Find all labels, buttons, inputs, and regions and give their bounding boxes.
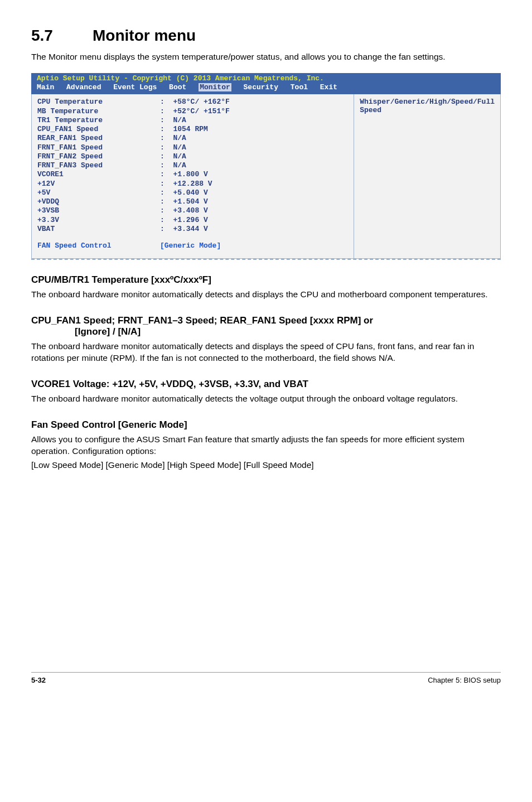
- bios-row: +3VSB: +3.408 V: [37, 206, 348, 215]
- bios-help-pane: Whisper/Generic/High/Speed/Full Speed: [354, 94, 500, 258]
- bios-row-value: : +1.504 V: [160, 197, 208, 206]
- bios-row: CPU_FAN1 Speed: 1054 RPM: [37, 125, 348, 134]
- bios-menu-advanced[interactable]: Advanced: [66, 83, 101, 91]
- intro-paragraph: The Monitor menu displays the system tem…: [31, 51, 501, 63]
- section4-body2: [Low Speed Mode] [Generic Mode] [High Sp…: [31, 460, 501, 471]
- bios-row-value: : +52°C/ +151°F: [160, 107, 230, 116]
- bios-row-key: +5V: [37, 189, 160, 197]
- bios-row-key: CPU_FAN1 Speed: [37, 125, 160, 134]
- section2-title-line1: CPU_FAN1 Speed; FRNT_FAN1–3 Speed; REAR_…: [31, 315, 373, 326]
- page-footer: 5-32 Chapter 5: BIOS setup: [31, 672, 501, 684]
- bios-row: VCORE1: +1.800 V: [37, 170, 348, 179]
- footer-page: 5-32: [31, 676, 46, 684]
- section2-title-line2: [Ignore] / [N/A]: [31, 326, 501, 337]
- bios-row-key: FRNT_FAN1 Speed: [37, 143, 160, 152]
- bios-menu-exit[interactable]: Exit: [320, 83, 337, 91]
- bios-row-value: : +3.344 V: [160, 225, 208, 234]
- bios-row: FRNT_FAN2 Speed: N/A: [37, 152, 348, 161]
- bios-menu-security[interactable]: Security: [244, 83, 278, 91]
- bios-menu-tool[interactable]: Tool: [291, 83, 308, 91]
- section4-title: Fan Speed Control [Generic Mode]: [31, 419, 501, 431]
- section3-body: The onboard hardware monitor automatical…: [31, 393, 501, 405]
- bios-title: Aptio Setup Utility - Copyright (C) 2013…: [37, 74, 495, 83]
- bios-row-value: : +12.288 V: [160, 180, 212, 189]
- section2-title: CPU_FAN1 Speed; FRNT_FAN1–3 Speed; REAR_…: [31, 315, 501, 337]
- bios-row-value: : N/A: [160, 161, 186, 170]
- section2-body: The onboard hardware monitor automatical…: [31, 341, 501, 364]
- bios-row: VBAT: +3.344 V: [37, 225, 348, 234]
- section1-body: The onboard hardware monitor automatical…: [31, 289, 501, 301]
- bios-row: REAR_FAN1 Speed: N/A: [37, 134, 348, 143]
- bios-row: FRNT_FAN1 Speed: N/A: [37, 143, 348, 152]
- bios-row-key: +3.3V: [37, 216, 160, 225]
- fan-speed-value: [Generic Mode]: [160, 241, 221, 250]
- bios-row-key: FRNT_FAN3 Speed: [37, 161, 160, 170]
- bios-menu-monitor[interactable]: Monitor: [199, 83, 231, 91]
- fan-speed-control-row[interactable]: FAN Speed Control [Generic Mode]: [37, 241, 348, 250]
- bios-row-key: TR1 Temperature: [37, 116, 160, 125]
- bios-row-key: FRNT_FAN2 Speed: [37, 152, 160, 161]
- bios-row-value: : N/A: [160, 116, 186, 125]
- bios-row-key: MB Temperature: [37, 107, 160, 116]
- bios-row-key: VCORE1: [37, 170, 160, 179]
- bios-row-key: +VDDQ: [37, 197, 160, 206]
- bios-panel: Aptio Setup Utility - Copyright (C) 2013…: [31, 73, 501, 260]
- bios-row: CPU Temperature: +58°C/ +162°F: [37, 98, 348, 107]
- bios-menu-main[interactable]: Main: [37, 83, 54, 91]
- bios-menu-eventlogs[interactable]: Event Logs: [113, 83, 157, 91]
- bios-row: TR1 Temperature: N/A: [37, 116, 348, 125]
- bios-row-value: : +3.408 V: [160, 206, 208, 215]
- section1-title: CPU/MB/TR1 Temperature [xxxºC/xxxºF]: [31, 274, 501, 286]
- fan-speed-label: FAN Speed Control: [37, 241, 160, 250]
- bios-left-pane: CPU Temperature: +58°C/ +162°FMB Tempera…: [32, 94, 354, 258]
- bios-row: +12V: +12.288 V: [37, 180, 348, 189]
- bios-row: +3.3V: +1.296 V: [37, 216, 348, 225]
- bios-header: Aptio Setup Utility - Copyright (C) 2013…: [31, 73, 501, 95]
- bios-row-value: : N/A: [160, 143, 186, 152]
- bios-row: +5V: +5.040 V: [37, 189, 348, 197]
- heading-title: Monitor menu: [93, 27, 196, 44]
- bios-row-value: : +58°C/ +162°F: [160, 98, 230, 107]
- bios-row-key: VBAT: [37, 225, 160, 234]
- bios-row-value: : +1.800 V: [160, 170, 208, 179]
- bios-menu-row: Main Advanced Event Logs Boot Monitor Se…: [37, 83, 495, 92]
- bios-row-key: +12V: [37, 180, 160, 189]
- bios-row-key: CPU Temperature: [37, 98, 160, 107]
- bios-row: MB Temperature: +52°C/ +151°F: [37, 107, 348, 116]
- page-heading: 5.7Monitor menu: [31, 27, 501, 45]
- bios-row-value: : +1.296 V: [160, 216, 208, 225]
- bios-row-key: REAR_FAN1 Speed: [37, 134, 160, 143]
- heading-number: 5.7: [31, 27, 93, 45]
- bios-row-value: : 1054 RPM: [160, 125, 208, 134]
- bios-row-value: : N/A: [160, 134, 186, 143]
- section4-body1: Allows you to configure the ASUS Smart F…: [31, 434, 501, 457]
- bios-row-value: : N/A: [160, 152, 186, 161]
- bios-row-value: : +5.040 V: [160, 189, 208, 197]
- bios-body: CPU Temperature: +58°C/ +162°FMB Tempera…: [31, 94, 501, 259]
- bios-row: FRNT_FAN3 Speed: N/A: [37, 161, 348, 170]
- footer-chapter: Chapter 5: BIOS setup: [428, 676, 501, 684]
- bios-row: +VDDQ: +1.504 V: [37, 197, 348, 206]
- bios-menu-boot[interactable]: Boot: [169, 83, 186, 91]
- section3-title: VCORE1 Voltage: +12V, +5V, +VDDQ, +3VSB,…: [31, 379, 501, 390]
- bios-row-key: +3VSB: [37, 206, 160, 215]
